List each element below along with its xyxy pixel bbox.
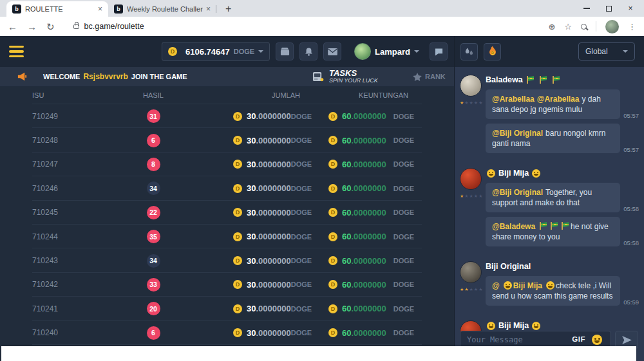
- paper-plane-icon: [622, 336, 632, 344]
- profit-amount-cell: 60.0000000DOGE: [303, 256, 454, 266]
- table-row: 710240630.0000000DOGE60.0000000DOGE: [0, 321, 454, 345]
- welcome-prefix: WELCOME: [43, 73, 80, 80]
- new-tab-button[interactable]: +: [225, 3, 231, 15]
- result-cell: 34: [115, 181, 192, 195]
- chat-message-line: @Biji OriginalTogether, you support and …: [486, 183, 639, 212]
- chat-message-list[interactable]: ★★★★★Baladewa@Arabellaa@Arabellaay dah s…: [455, 67, 644, 361]
- amount-value: 60.0000000: [342, 280, 386, 290]
- profit-amount-cell: 60.0000000DOGE: [303, 328, 454, 338]
- chat-toggle-button[interactable]: [430, 42, 448, 60]
- chat-username[interactable]: Biji Mija: [486, 321, 639, 330]
- chat-username[interactable]: Biji Original: [486, 262, 639, 271]
- reload-icon[interactable]: ↻: [46, 22, 55, 32]
- amount-integer: 30: [247, 136, 256, 145]
- chat-user-column: ★★★★★: [460, 261, 486, 310]
- round-id: 710245: [0, 208, 115, 217]
- window-minimize-button[interactable]: [576, 0, 598, 17]
- chat-sidebar: D Global ★★★★★Baladewa@Arabellaa@Arabell…: [454, 36, 644, 361]
- round-id: 710244: [0, 232, 115, 241]
- doge-coin-icon: [233, 328, 242, 337]
- results-table-body: 7102493130.0000000DOGE60.0000000DOGE7102…: [0, 104, 454, 345]
- amount-decimals: .0000000: [256, 208, 290, 218]
- amount-integer: 60: [342, 304, 351, 313]
- window-close-button[interactable]: ×: [620, 0, 641, 17]
- bet-amount-cell: 30.0000000DOGE: [192, 304, 303, 313]
- amount-integer: 30: [247, 304, 256, 313]
- wallet-icon: [280, 47, 290, 56]
- gif-button[interactable]: GIF: [572, 335, 585, 343]
- user-mention: @Biji Original: [492, 129, 543, 138]
- star-icon: ★: [469, 194, 474, 198]
- main-panel: 6106.74647 DOGE Lampard: [0, 36, 454, 361]
- deposit-button[interactable]: [276, 42, 294, 60]
- chat-username[interactable]: Biji Mija: [486, 169, 639, 178]
- browser-tab-roulette[interactable]: b ROULETTE ×: [6, 1, 108, 17]
- window-maximize-button[interactable]: [598, 0, 620, 17]
- grin-emoji-icon: [487, 322, 495, 330]
- bookmark-star-icon[interactable]: ☆: [564, 22, 572, 32]
- browser-menu-icon[interactable]: ⋮: [628, 22, 636, 32]
- amount-value: 30.0000000: [247, 328, 291, 338]
- rain-button[interactable]: [460, 43, 478, 60]
- coindrop-button[interactable]: D: [484, 43, 501, 60]
- search-icon[interactable]: [581, 24, 587, 30]
- messages-button[interactable]: [323, 42, 341, 60]
- star-icon: ★: [464, 194, 469, 198]
- doge-coin-icon: [328, 112, 337, 121]
- chat-user-avatar[interactable]: [460, 168, 482, 190]
- browser-window: b ROULETTE × b Weekly Roulette Challenge…: [0, 0, 644, 361]
- bet-amount-cell: 30.0000000DOGE: [192, 280, 303, 290]
- chat-user-avatar[interactable]: [460, 75, 482, 97]
- chat-username[interactable]: Baladewa: [486, 75, 639, 84]
- chat-message-body: Baladewa@Arabellaa@Arabellaay dah sana d…: [486, 75, 639, 158]
- result-cell: 6: [115, 326, 192, 340]
- round-id: 710243: [0, 256, 115, 265]
- result-badge: 8: [147, 158, 160, 171]
- amount-integer: 60: [342, 111, 351, 121]
- tasks-shortcut[interactable]: TASKS SPIN YOUR LUCK: [312, 69, 378, 84]
- balance-selector[interactable]: 6106.74647 DOGE: [162, 42, 270, 61]
- amount-value: 30.0000000: [247, 208, 291, 218]
- amount-value: 30.0000000: [247, 232, 291, 241]
- emoji-picker-icon[interactable]: [592, 335, 602, 345]
- doge-coin-icon: [233, 232, 242, 241]
- tab-close-icon[interactable]: ×: [206, 5, 211, 14]
- chat-message-group: ★★★★★Baladewa@Arabellaa@Arabellaay dah s…: [460, 75, 639, 158]
- column-header-jumlah: JUMLAH: [192, 91, 303, 99]
- star-icon: ★: [478, 287, 483, 292]
- amount-value: 30.0000000: [247, 256, 291, 266]
- bet-amount-cell: 30.0000000DOGE: [192, 208, 303, 218]
- grin-emoji-icon: [532, 169, 540, 178]
- doge-coin-icon: [328, 184, 337, 193]
- chat-bubble-icon: [434, 48, 444, 56]
- rank-shortcut[interactable]: RANK: [413, 73, 446, 81]
- amount-decimals: .0000000: [256, 111, 290, 121]
- back-icon[interactable]: ←: [8, 22, 17, 32]
- amount-value: 60.0000000: [342, 256, 386, 266]
- amount-decimals: .0000000: [256, 280, 290, 290]
- amount-value: 60.0000000: [342, 160, 386, 169]
- forward-icon[interactable]: →: [27, 22, 37, 32]
- notifications-button[interactable]: [299, 42, 317, 60]
- chat-user-avatar[interactable]: [460, 261, 482, 283]
- chat-message-line: @Biji Originalbaru nongol kmrn ganti nam…: [486, 124, 639, 153]
- user-mention: @Arabellaa: [492, 95, 535, 104]
- amount-value: 60.0000000: [342, 328, 386, 338]
- browser-tab-weekly-challenge[interactable]: b Weekly Roulette Challenge - Win ×: [108, 1, 216, 17]
- lock-icon[interactable]: [73, 24, 79, 29]
- user-menu[interactable]: Lampard: [354, 43, 419, 60]
- zoom-page-icon[interactable]: ⊕: [548, 22, 555, 32]
- chat-user-column: ★★★★★: [460, 75, 486, 158]
- hamburger-menu-icon[interactable]: [9, 46, 24, 57]
- amount-integer: 30: [247, 256, 256, 266]
- currency-label: DOGE: [393, 185, 414, 192]
- chat-message-line: @Arabellaa@Arabellaay dah sana depo jg n…: [486, 89, 639, 119]
- browser-profile-avatar[interactable]: [605, 20, 619, 33]
- tab-close-icon[interactable]: ×: [98, 5, 102, 14]
- amount-decimals: .0000000: [256, 183, 290, 193]
- tasks-title: TASKS: [329, 69, 378, 78]
- user-mention: @Baladewa: [492, 222, 535, 231]
- chat-channel-selector[interactable]: Global: [578, 42, 635, 60]
- table-row: 7102463430.0000000DOGE60.0000000DOGE: [0, 176, 454, 200]
- url-text[interactable]: bc.game/roulette: [84, 22, 549, 31]
